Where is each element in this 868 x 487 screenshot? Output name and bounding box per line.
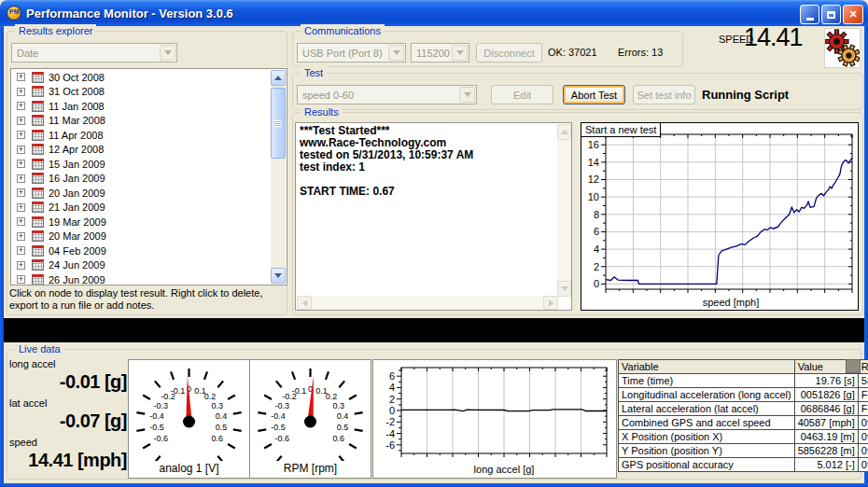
- table-cell: 0463.19 [m]: [794, 430, 858, 444]
- tree-item-date[interactable]: +12 Apr 2008: [12, 143, 272, 158]
- test-log-text[interactable]: ***Test Started***www.Race-Technology.co…: [297, 124, 556, 295]
- results-tree[interactable]: +30 Oct 2008+31 Oct 2008+11 Jan 2008+11 …: [12, 70, 272, 285]
- svg-text:6: 6: [389, 370, 395, 382]
- scroll-right-button[interactable]: [543, 296, 558, 310]
- long-accel-chart: -6-4-20246: [373, 360, 616, 461]
- svg-text:-0.5: -0.5: [149, 423, 164, 432]
- scroll-down-button[interactable]: [271, 268, 286, 284]
- expand-icon[interactable]: +: [17, 246, 25, 255]
- start-new-test-button[interactable]: Start a new test: [581, 122, 661, 137]
- tree-item-date[interactable]: +11 Jan 2008: [12, 99, 272, 114]
- expand-icon[interactable]: +: [17, 275, 25, 284]
- errors-count: Errors: 13: [618, 47, 663, 58]
- tree-item-date[interactable]: +11 Mar 2008: [12, 114, 272, 129]
- table-cell: Fast: [858, 388, 868, 402]
- arrow-right-icon: [549, 299, 553, 307]
- table-scroll-stub: [846, 359, 861, 373]
- tree-item-date[interactable]: +21 Jan 2009: [12, 201, 272, 216]
- svg-text:0.6: 0.6: [333, 434, 345, 443]
- tree-item-date[interactable]: +26 Jun 2009: [12, 272, 272, 285]
- calendar-icon: [32, 274, 44, 285]
- expand-icon[interactable]: +: [17, 261, 25, 270]
- table-cell: GPS positional accuracy: [619, 458, 795, 472]
- log-vscrollbar[interactable]: [557, 124, 571, 297]
- disconnect-button[interactable]: Disconnect: [476, 43, 542, 63]
- svg-text:-0.6: -0.6: [274, 434, 289, 443]
- tree-scrollbar[interactable]: [271, 70, 286, 284]
- table-cell: Combined GPS and accel speed: [619, 416, 795, 430]
- tree-item-date[interactable]: +19 Mar 2009: [12, 215, 272, 230]
- calendar-icon: [32, 86, 44, 97]
- expand-icon[interactable]: +: [17, 160, 25, 168]
- port-select[interactable]: USB Port (Port 8): [297, 43, 406, 63]
- svg-text:-0.1: -0.1: [292, 386, 307, 396]
- tree-item-label: 16 Jan 2009: [49, 173, 105, 184]
- expand-icon[interactable]: +: [17, 217, 25, 226]
- tree-item-date[interactable]: +24 Jun 2009: [12, 258, 272, 273]
- speed-chart-xlabel: speed [mph]: [606, 297, 856, 308]
- readout-value: -0.07 [g]: [9, 410, 127, 435]
- svg-text:0.4: 0.4: [337, 411, 349, 421]
- chevron-down-icon: [452, 45, 468, 61]
- gears-icon: [824, 28, 861, 68]
- expand-icon[interactable]: +: [17, 232, 25, 241]
- table-cell: 0686846 [g]: [794, 402, 858, 416]
- minimize-button[interactable]: [800, 5, 819, 24]
- expand-icon[interactable]: +: [17, 88, 25, 96]
- splitter-bar[interactable]: [4, 318, 864, 342]
- tree-item-date[interactable]: +15 Jan 2009: [12, 157, 272, 172]
- tree-item-date[interactable]: +04 Feb 2009: [12, 244, 272, 258]
- svg-text:0: 0: [594, 278, 599, 289]
- tree-item-date[interactable]: +16 Jan 2009: [12, 172, 272, 187]
- rpm-gauge-label: RPM [rpm]: [250, 462, 371, 475]
- chevron-down-icon: [459, 87, 475, 103]
- tree-item-date[interactable]: +31 Oct 2008: [12, 85, 272, 100]
- tree-item-date[interactable]: +11 Apr 2008: [12, 128, 272, 143]
- expand-icon[interactable]: +: [17, 188, 25, 197]
- scroll-left-button[interactable]: [297, 296, 312, 310]
- maximize-button[interactable]: [821, 5, 841, 24]
- svg-text:8: 8: [594, 209, 599, 220]
- svg-text:12: 12: [588, 174, 599, 185]
- chevron-down-icon: [160, 45, 175, 61]
- tree-item-label: 11 Jan 2008: [49, 101, 105, 112]
- expand-icon[interactable]: +: [17, 73, 25, 81]
- minimize-icon: [806, 18, 814, 21]
- date-filter-select[interactable]: Date: [11, 43, 177, 63]
- close-button[interactable]: ✕: [843, 5, 863, 24]
- table-cell: Longitudinal acceleration (long accel): [619, 388, 795, 402]
- expand-icon[interactable]: +: [17, 102, 25, 110]
- svg-text:0.5: 0.5: [216, 423, 228, 432]
- test-log-panel[interactable]: ***Test Started***www.Race-Technology.co…: [295, 122, 572, 311]
- window-border-left: [0, 26, 4, 487]
- tree-item-date[interactable]: +30 Oct 2008: [12, 70, 272, 85]
- edit-button[interactable]: Edit: [491, 85, 553, 104]
- svg-text:-0.4: -0.4: [271, 411, 286, 421]
- table-cell: 09.32 Hz: [858, 416, 868, 430]
- table-cell: X Position (position X): [619, 430, 795, 444]
- expand-icon[interactable]: +: [17, 117, 25, 125]
- expand-icon[interactable]: +: [17, 174, 25, 183]
- table-cell: 5.012 [-]: [794, 458, 858, 472]
- log-hscrollbar[interactable]: [297, 296, 558, 310]
- live-readouts: long accel-0.01 [g]lat accel-0.07 [g]spe…: [9, 356, 127, 474]
- communications-caption: Communications: [301, 24, 385, 37]
- baud-select[interactable]: 115200: [411, 43, 469, 63]
- expand-icon[interactable]: +: [17, 131, 25, 139]
- scroll-down-button[interactable]: [557, 281, 571, 297]
- expand-icon[interactable]: +: [17, 146, 25, 154]
- test-select[interactable]: speed 0-60: [297, 85, 477, 104]
- tree-item-date[interactable]: +20 Mar 2009: [12, 230, 272, 244]
- tree-item-date[interactable]: +20 Jan 2009: [12, 186, 272, 201]
- expand-icon[interactable]: +: [17, 203, 25, 212]
- scroll-up-button[interactable]: [557, 124, 571, 140]
- set-test-info-button[interactable]: Set test info: [633, 85, 695, 104]
- calendar-icon: [32, 72, 44, 83]
- scroll-thumb[interactable]: [271, 88, 286, 159]
- abort-test-button[interactable]: Abort Test: [563, 85, 625, 104]
- log-line: START TIME: 0.67: [300, 186, 553, 198]
- table-cell: Y Position (position Y): [619, 444, 795, 458]
- scroll-up-button[interactable]: [271, 70, 286, 86]
- svg-text:10: 10: [588, 191, 599, 202]
- calendar-icon: [32, 245, 44, 257]
